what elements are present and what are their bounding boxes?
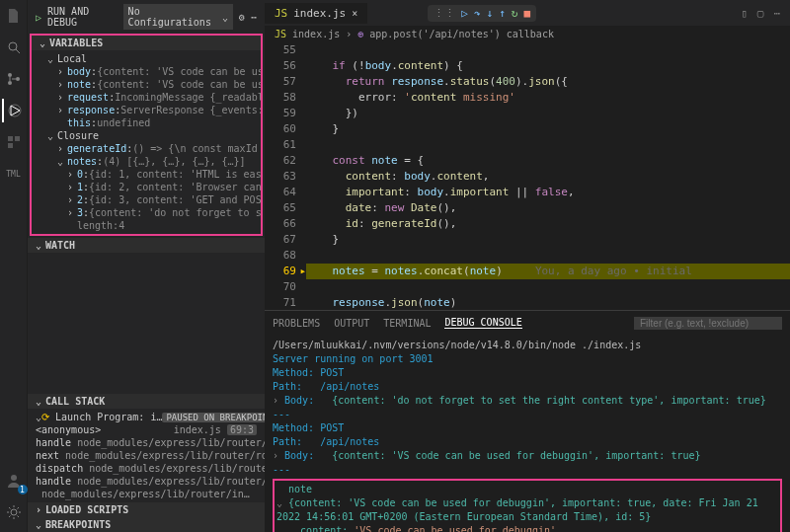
pause-state-badge: PAUSED ON BREAKPOINT bbox=[162, 413, 265, 422]
drag-handle-icon[interactable]: ⋮⋮ bbox=[434, 7, 455, 20]
breakpoints-section[interactable]: ⌄BREAKPOINTS bbox=[28, 517, 265, 532]
var-row[interactable]: ›response: ServerResponse {_events: {…},… bbox=[32, 104, 261, 116]
loaded-scripts-section[interactable]: ›LOADED SCRIPTS bbox=[28, 502, 265, 517]
console-note-box: note ⌄ {content: 'VS code can be used fo… bbox=[273, 479, 782, 532]
continue-icon[interactable]: ▷ bbox=[461, 7, 468, 20]
svg-point-1 bbox=[8, 73, 12, 77]
var-row[interactable]: ›2: {id: 3, content: 'GET and POST are t… bbox=[32, 193, 261, 206]
debug-toolbar: ⋮⋮ ▷ ↷ ↓ ↑ ↻ ■ bbox=[428, 5, 536, 22]
search-icon[interactable] bbox=[2, 36, 26, 59]
svg-point-3 bbox=[16, 77, 20, 81]
svg-rect-7 bbox=[8, 143, 13, 148]
svg-point-2 bbox=[8, 81, 12, 85]
callstack-section[interactable]: ⌄CALL STACK bbox=[28, 394, 265, 409]
callstack-program[interactable]: ⌄ ⟳ Launch Program: i… PAUSED ON BREAKPO… bbox=[28, 411, 265, 423]
debug-config-select[interactable]: No Configurations ⌄ bbox=[123, 4, 233, 30]
scope-closure[interactable]: ⌄Closure bbox=[32, 129, 261, 142]
chevron-down-icon: ⌄ bbox=[222, 12, 228, 23]
more-icon[interactable]: ⋯ bbox=[251, 12, 257, 23]
breadcrumb[interactable]: JS index.js › ⊕ app.post('/api/notes') c… bbox=[265, 26, 790, 42]
code-editor[interactable]: 555657585960616263646566676869707172 if … bbox=[265, 42, 790, 310]
var-row[interactable]: ›1: {id: 2, content: 'Browser can execut… bbox=[32, 181, 261, 193]
method-icon: ⊕ bbox=[357, 29, 363, 39]
var-row[interactable]: this: undefined bbox=[32, 116, 261, 129]
js-icon: JS bbox=[275, 29, 286, 39]
stack-frame[interactable]: node_modules/express/lib/router/in… bbox=[28, 488, 265, 500]
chevron-down-icon: ⌄ bbox=[36, 519, 41, 530]
variables-box: ⌄ VARIABLES ⌄Local ›body: {content: 'VS … bbox=[30, 34, 263, 236]
chevron-right-icon: › bbox=[346, 29, 352, 39]
svg-point-9 bbox=[11, 509, 17, 515]
svg-point-0 bbox=[9, 42, 17, 50]
debug-icon[interactable] bbox=[2, 99, 26, 122]
variables-section[interactable]: ⌄ VARIABLES bbox=[32, 36, 261, 50]
step-over-icon[interactable]: ↷ bbox=[474, 7, 481, 20]
var-row[interactable]: ›body: {content: 'VS code can be used fo… bbox=[32, 65, 261, 78]
stop-icon[interactable]: ■ bbox=[523, 7, 530, 20]
close-icon[interactable]: × bbox=[352, 8, 357, 19]
stack-frame[interactable]: nextnode_modules/express/lib/router/ro… bbox=[28, 449, 265, 462]
var-row[interactable]: ›note: {content: 'VS code can be used fo… bbox=[32, 78, 261, 91]
split-editor-icon[interactable]: ▯ bbox=[741, 7, 748, 20]
svg-rect-6 bbox=[15, 136, 20, 141]
console-filter-input[interactable] bbox=[634, 317, 782, 330]
toggle-panel-icon[interactable]: ▢ bbox=[757, 7, 764, 20]
debug-console-body[interactable]: /Users/mluukkai/.nvm/versions/node/v14.8… bbox=[265, 335, 790, 532]
var-row[interactable]: ›request: IncomingMessage {_readableStat… bbox=[32, 91, 261, 104]
run-debug-title: RUN AND DEBUG bbox=[47, 6, 118, 28]
sync-icon: ⟳ bbox=[41, 412, 49, 422]
chevron-right-icon: › bbox=[36, 504, 41, 515]
tab-label: index.js bbox=[293, 7, 346, 20]
svg-point-8 bbox=[11, 475, 17, 481]
restart-icon[interactable]: ↻ bbox=[512, 7, 518, 20]
extensions-icon[interactable] bbox=[2, 130, 26, 154]
js-icon: JS bbox=[275, 7, 287, 20]
account-icon[interactable] bbox=[2, 469, 26, 493]
svg-rect-5 bbox=[8, 136, 13, 141]
var-row[interactable]: ›0: {id: 1, content: 'HTML is easy', dat… bbox=[32, 168, 261, 181]
gear-icon[interactable]: ⚙ bbox=[239, 12, 245, 23]
tab-debug-console[interactable]: DEBUG CONSOLE bbox=[444, 317, 521, 329]
stack-frame[interactable]: <anonymous>index.js 69:3 bbox=[28, 423, 265, 436]
stack-frame[interactable]: handlenode_modules/express/lib/router/l… bbox=[28, 475, 265, 488]
tml-icon[interactable]: TML bbox=[2, 162, 26, 186]
chevron-down-icon: ⌄ bbox=[36, 396, 41, 407]
settings-gear-icon[interactable] bbox=[2, 500, 26, 524]
tab-output[interactable]: OUTPUT bbox=[334, 318, 369, 329]
var-row[interactable]: ›generateId: () => {\n const maxId = not… bbox=[32, 142, 261, 155]
chevron-down-icon: ⌄ bbox=[36, 240, 41, 251]
more-icon[interactable]: ⋯ bbox=[773, 7, 780, 20]
files-icon[interactable] bbox=[2, 4, 26, 28]
stack-frame[interactable]: dispatchnode_modules/express/lib/route… bbox=[28, 462, 265, 475]
var-row[interactable]: ›3: {content: 'do not forget to set the … bbox=[32, 206, 261, 219]
step-into-icon[interactable]: ↓ bbox=[487, 7, 494, 20]
watch-section[interactable]: ⌄WATCH bbox=[28, 238, 265, 253]
step-out-icon[interactable]: ↑ bbox=[499, 7, 506, 20]
editor-tab[interactable]: JS index.js × bbox=[265, 3, 368, 24]
tab-terminal[interactable]: TERMINAL bbox=[383, 318, 431, 329]
debug-start-icon[interactable]: ▷ bbox=[36, 12, 41, 23]
chevron-down-icon: ⌄ bbox=[40, 38, 45, 48]
scm-icon[interactable] bbox=[2, 67, 26, 91]
tab-problems[interactable]: PROBLEMS bbox=[273, 318, 320, 329]
var-row: length: 4 bbox=[32, 219, 261, 232]
scope-local[interactable]: ⌄Local bbox=[32, 52, 261, 65]
var-row[interactable]: ⌄notes: (4) [{…}, {…}, {…}, {…}] bbox=[32, 155, 261, 168]
stack-frame[interactable]: handlenode_modules/express/lib/router/l… bbox=[28, 436, 265, 449]
